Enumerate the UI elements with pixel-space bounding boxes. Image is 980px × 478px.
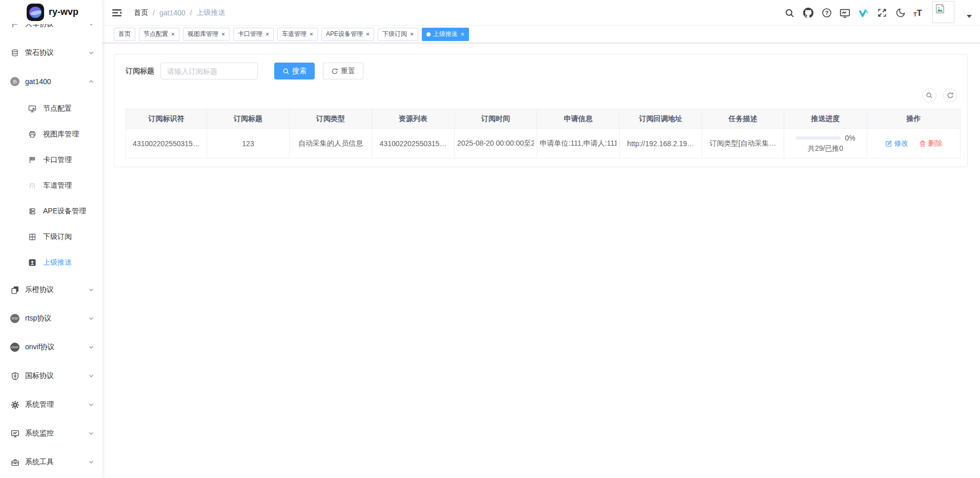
delete-button[interactable]: 删除 <box>919 139 943 148</box>
toggle-search-button[interactable] <box>922 88 936 103</box>
sidebar-item-rtsp[interactable]: RTSP rtsp协议 <box>0 304 103 333</box>
table-toolbar <box>922 88 957 103</box>
delete-label: 删除 <box>928 139 943 148</box>
road-icon <box>28 182 36 190</box>
font-size-icon[interactable]: TT <box>913 9 922 17</box>
sidebar-item-gat1400[interactable]: 协 gat1400 <box>0 67 103 96</box>
avatar[interactable] <box>932 1 954 23</box>
moon-icon[interactable] <box>895 7 906 18</box>
reset-button[interactable]: 重置 <box>323 63 363 79</box>
data-table: 订阅标识符 订阅标题 订阅类型 资源列表 订阅时间 申请信息 订阅回调地址 任务… <box>126 109 961 158</box>
col-header: 推送进度 <box>784 109 867 129</box>
fullscreen-icon[interactable] <box>876 7 888 18</box>
top-navbar: 首页 / gat1400 / 上级推送 ? TT <box>103 0 980 26</box>
close-icon[interactable]: × <box>221 31 225 37</box>
edit-label: 修改 <box>894 139 909 148</box>
sidebar-item-bayonet[interactable]: 卡口管理 <box>0 147 103 173</box>
sidebar-item-lane[interactable]: 车道管理 <box>0 173 103 198</box>
navbar-actions: ? TT <box>784 0 972 26</box>
sidebar-fold-icon[interactable] <box>112 8 122 18</box>
sidebar-item-system-tools[interactable]: 系统工具 <box>0 448 103 476</box>
tab-sub-subscription[interactable]: 下级订阅 × <box>378 28 418 41</box>
close-icon[interactable]: × <box>310 31 313 37</box>
chevron-down-icon <box>88 49 95 56</box>
sidebar-item-onvif[interactable]: ONVIF onvif协议 <box>0 333 103 362</box>
progress-bar <box>795 136 841 140</box>
sidebar-item-system-monitor[interactable]: 系统监控 <box>0 419 103 448</box>
github-icon[interactable] <box>803 7 814 18</box>
sidebar-item-superior-push[interactable]: 上级推送 <box>0 250 103 275</box>
refresh-icon <box>331 68 338 75</box>
chevron-down-icon <box>88 401 95 408</box>
gear-icon <box>10 400 19 409</box>
chevron-down-icon <box>88 315 95 322</box>
upload-square-icon <box>28 258 36 267</box>
sidebar-item-system-mgmt[interactable]: 系统管理 <box>0 390 103 419</box>
refresh-table-button[interactable] <box>943 88 957 103</box>
sidebar-item-sub-subscription[interactable]: 下级订阅 <box>0 224 103 250</box>
sidebar-item-label: 萤石协议 <box>25 48 54 57</box>
search-input[interactable] <box>160 63 258 79</box>
breadcrumb-separator: / <box>190 9 192 17</box>
sidebar-item-viewlib[interactable]: 视图库管理 <box>0 122 103 147</box>
caret-down-icon[interactable] <box>967 15 972 18</box>
breadcrumb-separator: / <box>153 9 155 17</box>
search-icon[interactable] <box>784 7 795 18</box>
app-logo-block[interactable]: ry-wvp <box>0 0 103 24</box>
tab-bayonet[interactable]: 卡口管理 × <box>233 28 274 41</box>
chevron-down-icon <box>88 344 95 351</box>
sidebar-item-label: onvif协议 <box>25 343 55 352</box>
cell-subscription-type: 自动采集的人员信息 <box>292 139 369 148</box>
svg-text:?: ? <box>825 10 829 16</box>
chevron-down-icon <box>88 430 95 437</box>
grid-square-icon <box>28 233 36 241</box>
tab-label: 上级推送 <box>433 30 458 38</box>
table-row: 431002202550315… 123 自动采集的人员信息 431002202… <box>126 129 961 158</box>
badge-text: RTSP <box>10 314 19 323</box>
search-button-label: 搜索 <box>292 67 307 76</box>
breadcrumb-home[interactable]: 首页 <box>134 8 148 17</box>
col-header: 订阅标识符 <box>126 109 207 129</box>
tab-label: 卡口管理 <box>238 30 262 38</box>
close-icon[interactable]: × <box>266 31 269 37</box>
edit-button[interactable]: 修改 <box>885 139 909 148</box>
monitor-chart-icon <box>10 429 19 438</box>
wvp-logo-icon[interactable] <box>858 7 869 18</box>
close-icon[interactable]: × <box>171 31 175 37</box>
table-header-row: 订阅标识符 订阅标题 订阅类型 资源列表 订阅时间 申请信息 订阅回调地址 任务… <box>126 109 961 129</box>
sidebar-item-label: 上级推送 <box>43 258 72 267</box>
chevron-down-icon <box>88 286 95 293</box>
reset-button-label: 重置 <box>341 67 355 76</box>
tab-superior-push[interactable]: 上级推送 × <box>422 28 469 41</box>
close-icon[interactable]: × <box>366 31 370 37</box>
question-icon[interactable]: ? <box>821 7 832 18</box>
tab-viewlib[interactable]: 视图库管理 × <box>183 28 230 41</box>
gat1400-badge-icon: 协 <box>10 77 19 86</box>
tab-home[interactable]: 首页 <box>114 28 135 41</box>
chevron-down-icon <box>88 372 95 380</box>
cell-subscription-time: 2025-08-20 00:00:00至2025 <box>457 139 534 148</box>
sidebar-item-gb[interactable]: 国标协议 <box>0 362 103 390</box>
sidebar-item-label: 乐橙协议 <box>25 285 54 294</box>
close-icon[interactable]: × <box>410 31 414 37</box>
sidebar-menu: 大华协议 萤石协议 协 gat1400 <box>0 10 103 476</box>
sidebar-item-ape[interactable]: APE设备管理 <box>0 198 103 224</box>
badge-text: ONVIF <box>10 343 19 352</box>
tab-ape[interactable]: APE设备管理 × <box>321 28 374 41</box>
close-icon[interactable]: × <box>461 31 464 37</box>
docs-screen-icon[interactable] <box>840 7 851 18</box>
search-button[interactable]: 搜索 <box>274 63 315 79</box>
copy-icon <box>10 285 19 294</box>
cell-subscription-title: 123 <box>210 140 287 148</box>
sidebar-item-node-config[interactable]: 节点配置 <box>0 96 103 122</box>
tab-node-config[interactable]: 节点配置 × <box>139 28 179 41</box>
app-logo-icon <box>27 4 44 21</box>
tags-view: 首页 节点配置 × 视图库管理 × 卡口管理 × 车道管理 × APE设备管理 … <box>103 26 980 43</box>
badge-text: 协 <box>10 77 19 86</box>
tab-lane[interactable]: 车道管理 × <box>277 28 318 41</box>
sidebar-item-lecheng[interactable]: 乐橙协议 <box>0 275 103 304</box>
sidebar-item-ezviz[interactable]: 萤石协议 <box>0 38 103 67</box>
breadcrumb-gat1400: gat1400 <box>159 9 186 17</box>
sidebar-item-label: gat1400 <box>25 77 51 86</box>
tab-label: 车道管理 <box>282 30 307 38</box>
